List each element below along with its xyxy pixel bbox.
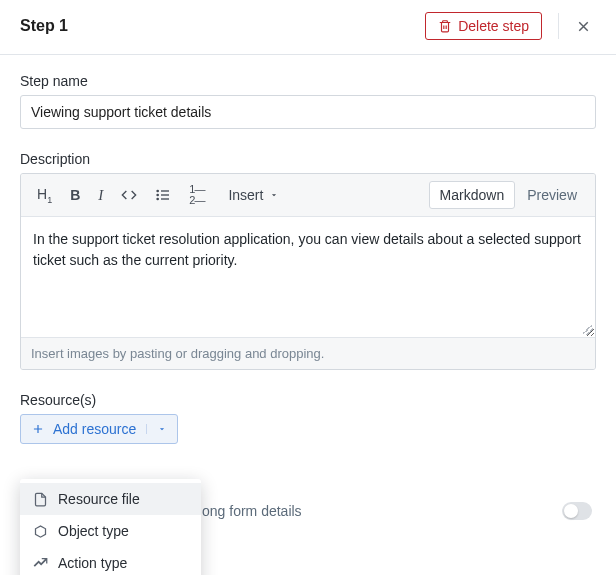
bold-button[interactable]: B — [62, 181, 88, 209]
step-name-label: Step name — [20, 73, 596, 89]
insert-label: Insert — [228, 187, 263, 203]
cube-icon — [32, 523, 48, 539]
description-label: Description — [20, 151, 596, 167]
bullet-list-button[interactable] — [147, 181, 179, 209]
svg-point-0 — [157, 190, 160, 193]
trash-icon — [438, 19, 452, 33]
italic-icon: I — [98, 187, 103, 204]
editor-toolbar: H1 B I 1—2— — [21, 174, 595, 217]
resources-label: Resource(s) — [20, 392, 596, 408]
menu-item-resource-file[interactable]: Resource file — [20, 483, 201, 515]
delete-step-button[interactable]: Delete step — [425, 12, 542, 40]
chevron-down-icon — [269, 190, 279, 200]
menu-item-label: Object type — [58, 523, 129, 539]
editor-hint: Insert images by pasting or dragging and… — [21, 337, 595, 369]
svg-rect-3 — [161, 190, 169, 191]
heading-icon: H1 — [37, 186, 52, 205]
menu-item-label: Action type — [58, 555, 127, 571]
file-icon — [32, 491, 48, 507]
add-resource-label: Add resource — [53, 421, 136, 437]
add-resource-button[interactable]: Add resource — [20, 414, 178, 444]
description-textarea[interactable]: In the support ticket resolution applica… — [21, 217, 595, 337]
insert-dropdown[interactable]: Insert — [220, 181, 287, 209]
numbered-list-icon: 1—2— — [189, 184, 204, 206]
close-button[interactable] — [571, 14, 596, 39]
heading-button[interactable]: H1 — [29, 180, 60, 211]
plus-icon — [31, 422, 45, 436]
code-button[interactable] — [113, 181, 145, 209]
chevron-down-icon — [146, 424, 167, 434]
italic-button[interactable]: I — [90, 181, 111, 210]
close-icon — [575, 18, 592, 35]
page-title: Step 1 — [20, 17, 425, 35]
menu-item-label: Resource file — [58, 491, 140, 507]
long-form-details-toggle[interactable] — [562, 502, 592, 520]
preview-mode-button[interactable]: Preview — [517, 182, 587, 208]
divider — [558, 13, 559, 39]
svg-rect-5 — [161, 198, 169, 199]
delete-step-label: Delete step — [458, 18, 529, 34]
svg-point-2 — [157, 198, 160, 201]
bullet-list-icon — [155, 187, 171, 203]
svg-rect-4 — [161, 194, 169, 195]
bold-icon: B — [70, 187, 80, 203]
step-name-input[interactable] — [20, 95, 596, 129]
menu-item-action-type[interactable]: Action type — [20, 547, 201, 575]
svg-point-1 — [157, 194, 160, 197]
description-editor: H1 B I 1—2— — [20, 173, 596, 370]
add-resource-menu: Resource file Object type Action type Fo… — [20, 479, 201, 575]
markdown-mode-button[interactable]: Markdown — [429, 181, 516, 209]
code-icon — [121, 187, 137, 203]
menu-item-object-type[interactable]: Object type — [20, 515, 201, 547]
numbered-list-button[interactable]: 1—2— — [181, 178, 212, 212]
action-icon — [32, 555, 48, 571]
